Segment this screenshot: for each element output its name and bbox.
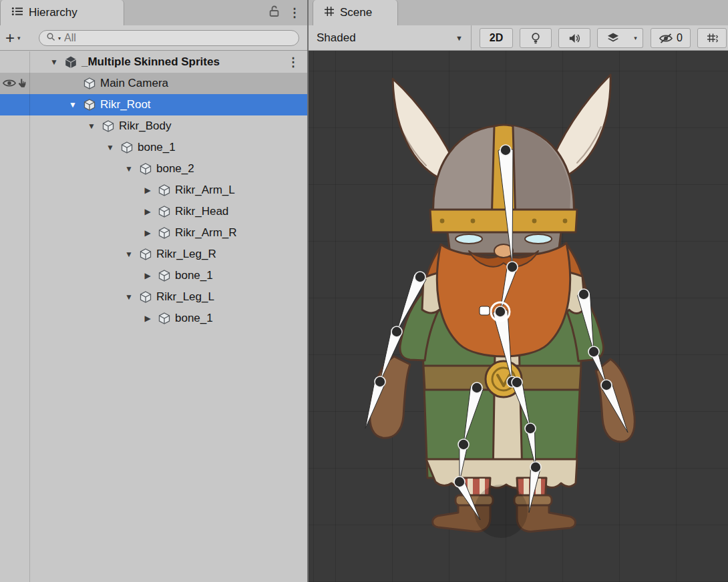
row-label: Main Camera — [100, 73, 168, 94]
expand-arrow-icon[interactable]: ▶ — [142, 180, 154, 201]
gameobject-cube-icon — [139, 162, 152, 176]
visibility-eye-icon[interactable] — [3, 78, 16, 89]
gameobject-cube-icon — [102, 119, 115, 133]
joint-spine-head-0[interactable] — [500, 145, 511, 156]
tree-row-rikr-arm-r[interactable]: ▶Rikr_Arm_R — [0, 222, 307, 244]
joint-leg-left-0[interactable] — [472, 382, 482, 393]
scene-audio-button[interactable] — [558, 28, 590, 48]
row-label: _Multiple Skinned Sprites — [81, 51, 220, 73]
expand-arrow-icon[interactable]: ▶ — [142, 222, 154, 244]
tree-row-main-camera[interactable]: Main Camera — [0, 73, 307, 94]
gameobject-cube-icon — [158, 269, 171, 282]
joint-arm-right-1[interactable] — [588, 346, 599, 357]
row-label: Rikr_Body — [119, 115, 171, 137]
hierarchy-list-icon — [11, 7, 23, 19]
row-label: Rikr_Arm_R — [175, 222, 237, 244]
joint-leg-right-1[interactable] — [525, 423, 536, 434]
picking-hand-icon[interactable] — [17, 77, 28, 89]
bone-leg-left-0[interactable] — [464, 384, 483, 445]
hierarchy-panel: Hierarchy ⋮ + ▾ ▾ ▼_Multiple Skinned Spr… — [0, 0, 307, 582]
search-filter-chevron-icon[interactable]: ▾ — [58, 35, 61, 41]
gameobject-cube-icon — [139, 248, 152, 261]
tree-row-rikr-arm-l[interactable]: ▶Rikr_Arm_L — [0, 180, 307, 201]
chevron-down-icon: ▾ — [634, 35, 637, 41]
draw-mode-dropdown[interactable]: Shaded ▼ — [309, 25, 472, 50]
tree-row-rikr-leg-l[interactable]: ▼Rikr_Leg_L — [0, 286, 307, 308]
collapse-arrow-icon[interactable]: ▼ — [67, 94, 79, 115]
bone-gizmo-layer[interactable] — [309, 51, 728, 582]
gameobject-cube-icon — [158, 184, 171, 197]
row-label: bone_1 — [175, 308, 213, 329]
grid-settings-button[interactable] — [697, 28, 727, 48]
joint-arm-left-2[interactable] — [375, 376, 385, 387]
collapse-arrow-icon[interactable]: ▼ — [104, 137, 116, 158]
scene-viewport[interactable] — [309, 51, 728, 582]
joint-arm-left-1[interactable] — [391, 326, 402, 337]
collapse-arrow-icon[interactable]: ▼ — [48, 51, 60, 73]
lock-icon[interactable] — [269, 5, 279, 20]
joint-leg-right-0[interactable] — [512, 377, 522, 388]
collapse-arrow-icon[interactable]: ▼ — [123, 158, 135, 180]
tree-row-bone-1[interactable]: ▶bone_1 — [0, 308, 307, 329]
tab-scene[interactable]: Scene — [313, 0, 398, 25]
lightbulb-icon — [530, 32, 542, 45]
draw-mode-label: Shaded — [317, 31, 456, 45]
joint-spine-head-2[interactable] — [495, 306, 506, 317]
scene-effects-dropdown[interactable]: ▾ — [628, 28, 643, 48]
scene-grid-icon — [324, 6, 335, 19]
gameobject-cube-icon — [139, 290, 152, 304]
gameobject-cube-icon — [83, 77, 96, 90]
joint-spine-head-1[interactable] — [507, 262, 518, 272]
tree-row-bone-1[interactable]: ▼bone_1 — [0, 137, 307, 158]
toggle-2d-button[interactable]: 2D — [480, 28, 513, 48]
search-field[interactable]: ▾ — [39, 30, 299, 46]
root-joint-tag[interactable] — [480, 306, 490, 315]
expand-arrow-icon[interactable]: ▶ — [142, 308, 154, 329]
row-label: Rikr_Arm_L — [175, 180, 235, 201]
tree-row-bone-1[interactable]: ▶bone_1 — [0, 265, 307, 286]
tree-row--multiple-skinned-sprites[interactable]: ▼_Multiple Skinned Sprites⋮ — [0, 51, 307, 73]
search-icon — [46, 32, 56, 45]
effects-layers-icon — [606, 32, 620, 44]
gameobject-cube-icon — [158, 226, 171, 240]
tree-row-rikr-body[interactable]: ▼Rikr_Body — [0, 115, 307, 137]
tab-label: Scene — [340, 6, 372, 19]
grid-settings-icon — [706, 32, 719, 44]
tree-row-rikr-leg-r[interactable]: ▼Rikr_Leg_R — [0, 244, 307, 265]
row-label: bone_2 — [156, 158, 194, 180]
plus-icon: + — [5, 29, 15, 47]
tab-label: Hierarchy — [29, 6, 77, 19]
bone-arm-right-0[interactable] — [578, 291, 594, 352]
joint-leg-left-2[interactable] — [454, 477, 465, 487]
tree-row-rikr-root[interactable]: ▼Rikr_Root — [0, 94, 307, 115]
scene-effects-button[interactable] — [597, 28, 629, 48]
collapse-arrow-icon[interactable]: ▼ — [123, 286, 135, 308]
search-input[interactable] — [63, 31, 292, 45]
hierarchy-tab-strip: Hierarchy ⋮ — [0, 0, 307, 26]
scene-options-menu-icon[interactable]: ⋮ — [287, 51, 299, 73]
collapse-arrow-icon[interactable]: ▼ — [85, 115, 98, 137]
add-gameobject-button[interactable]: + ▾ — [5, 29, 21, 47]
row-label: bone_1 — [175, 265, 213, 286]
joint-arm-left-0[interactable] — [415, 272, 425, 282]
chevron-down-icon: ▼ — [456, 34, 463, 42]
joint-arm-right-0[interactable] — [578, 289, 589, 300]
joint-leg-right-2[interactable] — [530, 462, 541, 473]
tab-hierarchy[interactable]: Hierarchy — [0, 0, 124, 25]
tree-row-rikr-head[interactable]: ▶Rikr_Head — [0, 201, 307, 222]
scene-toolbar: Shaded ▼ 2D ▾ 0 — [309, 25, 728, 51]
collapse-arrow-icon[interactable]: ▼ — [123, 244, 135, 265]
scene-visibility-button[interactable]: 0 — [651, 28, 691, 48]
gameobject-cube-icon — [83, 98, 96, 111]
bone-spine-head-0[interactable] — [498, 147, 513, 267]
row-label: Rikr_Head — [175, 201, 228, 222]
panel-menu-icon[interactable]: ⋮ — [289, 5, 301, 20]
joint-leg-left-1[interactable] — [458, 439, 469, 450]
speaker-icon — [568, 33, 581, 44]
expand-arrow-icon[interactable]: ▶ — [142, 265, 154, 286]
tree-row-bone-2[interactable]: ▼bone_2 — [0, 158, 307, 180]
scene-tab-strip: Scene — [309, 0, 728, 26]
expand-arrow-icon[interactable]: ▶ — [142, 201, 154, 222]
joint-arm-right-2[interactable] — [601, 380, 612, 390]
scene-lighting-button[interactable] — [520, 28, 552, 48]
